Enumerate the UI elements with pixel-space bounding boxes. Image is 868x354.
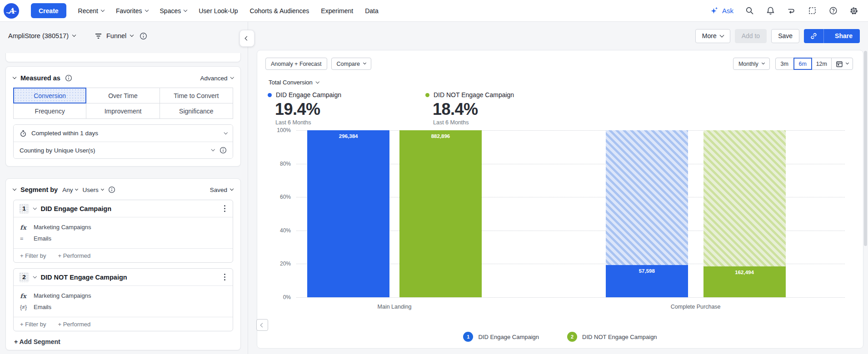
y-axis-tick-label: 60%	[271, 194, 291, 200]
funnel-bar[interactable]: 882,896	[399, 130, 482, 297]
range-3m[interactable]: 3m	[775, 58, 794, 70]
segment-menu-icon[interactable]	[222, 203, 227, 214]
operator-label: =	[20, 236, 29, 242]
add-filter-button[interactable]: + Filter by	[20, 252, 46, 259]
settings-gear-icon[interactable]	[849, 6, 859, 16]
option-frequency[interactable]: Frequency	[13, 103, 86, 119]
save-button[interactable]: Save	[771, 29, 799, 43]
add-filter-button[interactable]: + Filter by	[20, 321, 46, 328]
option-conversion[interactable]: Conversion	[13, 88, 86, 103]
range-12m[interactable]: 12m	[812, 58, 832, 70]
create-button[interactable]: Create	[31, 3, 66, 18]
nav-item-user-look-up[interactable]: User Look-Up	[199, 7, 238, 15]
more-button[interactable]: More	[695, 29, 730, 43]
advanced-label: Advanced	[200, 75, 227, 82]
saved-dropdown[interactable]: Saved	[210, 187, 233, 193]
measured-as-card: Measured as Advanced Conversion Over Tim…	[5, 66, 241, 167]
chevron-down-icon	[316, 80, 319, 84]
range-6m[interactable]: 6m	[793, 58, 812, 70]
project-name: AmpliStore (380517)	[8, 32, 69, 39]
ask-ai-button[interactable]: Ask	[710, 6, 733, 15]
custom-date-range[interactable]	[831, 58, 853, 70]
counting-by-info-icon[interactable]	[219, 147, 227, 154]
collapse-section-icon[interactable]	[13, 75, 16, 79]
chart-type-selector[interactable]: Funnel	[95, 32, 133, 40]
nav-item-favorites[interactable]: Favorites	[116, 7, 148, 15]
y-axis-tick-label: 80%	[271, 161, 291, 167]
nav-item-cohorts-audiences[interactable]: Cohorts & Audiences	[250, 7, 309, 15]
metric-summary-1: DID Engage Campaign 19.4% Last 6 Months	[268, 91, 341, 126]
segment-menu-icon[interactable]	[222, 272, 227, 282]
segment-value-row[interactable]: {≠}Emails	[20, 301, 227, 313]
compare-button[interactable]: Compare	[331, 58, 371, 70]
legend-item[interactable]: 2DID NOT Engage Campaign	[567, 332, 657, 342]
gridline	[296, 297, 845, 298]
nav-item-recent[interactable]: Recent	[78, 7, 104, 15]
scrolled-card-edge	[5, 53, 241, 62]
collapse-section-icon[interactable]	[13, 187, 16, 191]
bar-count-label: 162,494	[703, 270, 786, 275]
metric-period: Last 6 Months	[433, 119, 514, 126]
step-label: Complete Purchase	[671, 304, 721, 310]
add-segment-button[interactable]: + Add Segment	[13, 338, 233, 345]
legend-item[interactable]: 1DID Engage Campaign	[463, 332, 539, 342]
segment-by-info-icon[interactable]	[108, 186, 115, 193]
copy-link-button[interactable]	[804, 29, 824, 43]
segment-property-row[interactable]: fxMarketing Campaigns	[20, 221, 227, 233]
add-performed-button[interactable]: + Performed	[58, 252, 90, 259]
users-dropdown[interactable]: Users	[82, 187, 103, 193]
y-axis-tick-label: 20%	[271, 261, 291, 267]
scrollbar-thumb[interactable]	[864, 51, 867, 246]
add-to-button[interactable]: Add to	[735, 29, 767, 43]
add-performed-button[interactable]: + Performed	[58, 321, 90, 328]
counting-by-dropdown[interactable]: Counting by Unique User(s)	[14, 142, 233, 158]
segment-name[interactable]: DID NOT Engage Campaign	[41, 274, 127, 281]
project-selector[interactable]: AmpliStore (380517)	[8, 32, 75, 39]
chart-type-info-icon[interactable]	[140, 32, 147, 39]
share-button[interactable]: Share	[828, 29, 860, 43]
measured-as-options: Conversion Over Time Time to Convert Fre…	[13, 88, 233, 119]
funnel-bar[interactable]: 162,494	[703, 266, 786, 297]
any-dropdown[interactable]: Any	[62, 187, 78, 193]
completed-within-dropdown[interactable]: Completed within 1 days	[14, 125, 233, 142]
journeys-route-icon[interactable]	[786, 6, 796, 16]
funnel-bar[interactable]: 296,384	[307, 130, 389, 297]
nav-item-spaces[interactable]: Spaces	[160, 7, 187, 15]
search-icon[interactable]	[744, 6, 754, 16]
nav-item-label: User Look-Up	[199, 7, 238, 15]
anomaly-forecast-button[interactable]: Anomaly + Forecast	[265, 58, 327, 70]
advanced-dropdown[interactable]: Advanced	[200, 75, 233, 82]
select-region-icon[interactable]	[807, 6, 817, 16]
measured-as-info-icon[interactable]	[65, 74, 72, 82]
option-significance[interactable]: Significance	[160, 103, 233, 119]
help-icon[interactable]	[828, 6, 838, 16]
option-over-time[interactable]: Over Time	[86, 88, 160, 103]
segment-2-box: 2 DID NOT Engage Campaign fxMarketing Ca…	[13, 268, 233, 331]
nav-item-experiment[interactable]: Experiment	[321, 7, 353, 15]
collapse-segment-icon[interactable]	[33, 206, 37, 210]
vertical-scrollbar[interactable]	[864, 51, 867, 351]
chevron-down-icon	[762, 61, 765, 64]
metric-name-row: DID NOT Engage Campaign	[425, 91, 514, 98]
chevron-down-icon	[72, 33, 76, 37]
collapse-segment-icon[interactable]	[33, 275, 37, 278]
notifications-bell-icon[interactable]	[765, 6, 775, 16]
segment-2-title-row: 2 DID NOT Engage Campaign	[14, 269, 233, 286]
metric-type-dropdown[interactable]: Total Conversion	[269, 79, 319, 86]
option-time-to-convert[interactable]: Time to Convert	[160, 88, 233, 103]
option-improvement[interactable]: Improvement	[86, 103, 160, 119]
segment-name[interactable]: DID Engage Campaign	[41, 205, 112, 212]
collapse-sidebar-button[interactable]	[239, 30, 254, 47]
save-label: Save	[778, 32, 793, 39]
amplitude-logo-icon[interactable]: A	[4, 3, 19, 19]
collapse-chart-panel-button[interactable]	[256, 319, 268, 331]
nav-item-data[interactable]: Data	[365, 7, 379, 15]
property-fx-icon: fx	[20, 292, 29, 300]
segment-value-row[interactable]: =Emails	[20, 233, 227, 244]
funnel-icon	[95, 32, 102, 40]
interval-dropdown[interactable]: Monthly	[733, 58, 770, 70]
saved-label: Saved	[210, 187, 227, 193]
segment-number-badge: 2	[19, 272, 29, 282]
funnel-bar[interactable]: 57,598	[606, 265, 688, 297]
segment-property-row[interactable]: fxMarketing Campaigns	[20, 290, 227, 301]
